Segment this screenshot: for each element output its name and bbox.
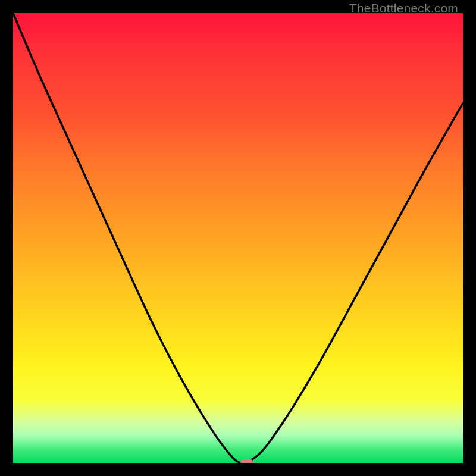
curve-path [13,13,463,463]
watermark-text: TheBottleneck.com [349,1,458,15]
bottleneck-curve [13,13,463,463]
chart-frame: TheBottleneck.com [0,0,476,476]
plot-area [13,13,463,463]
optimum-marker [240,459,253,463]
